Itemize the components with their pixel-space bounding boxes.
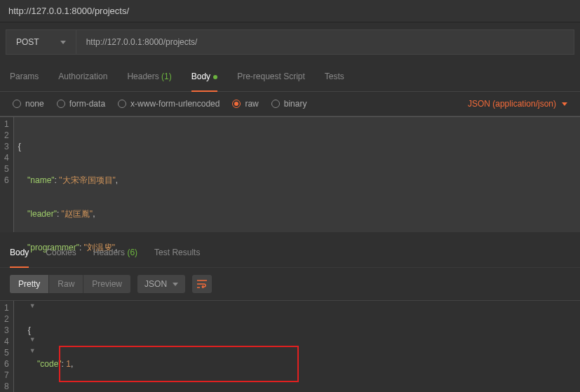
view-pretty[interactable]: Pretty (10, 275, 49, 293)
wrap-icon (196, 280, 208, 288)
body-type-binary[interactable]: binary (271, 99, 307, 109)
request-body-editor[interactable]: 123456 { "name": "大宋帝国项目", "leader": "赵匡… (0, 116, 580, 232)
resp-tab-body[interactable]: Body (10, 245, 29, 268)
fold-toggle-icon[interactable]: ▼ (29, 336, 36, 343)
body-type-formdata[interactable]: form-data (57, 99, 105, 109)
chevron-down-icon (173, 283, 178, 286)
response-body-editor[interactable]: 123456789 ▼ ▼ ▼ { "code": 1, "res": "err… (0, 300, 580, 392)
view-mode-group: Pretty Raw Preview (10, 275, 130, 293)
resp-headers-count: (6) (127, 248, 137, 257)
request-url-input[interactable]: http://127.0.0.1:8000/projects/ (76, 29, 574, 55)
wrap-toggle-button[interactable] (192, 275, 212, 293)
page-url-bar: http://127.0.0.1:8000/projects/ (0, 0, 580, 22)
fold-toggle-icon[interactable]: ▼ (29, 302, 36, 309)
chevron-down-icon (60, 41, 66, 44)
radio-icon (57, 100, 65, 108)
resp-tab-tests[interactable]: Test Results (154, 245, 200, 260)
radio-icon (118, 100, 126, 108)
format-selector[interactable]: JSON (137, 275, 185, 293)
radio-icon-selected (232, 100, 241, 108)
radio-icon (271, 100, 280, 108)
code-content: { "name": "大宋帝国项目", "leader": "赵匡胤", "pr… (14, 117, 122, 232)
resp-line-gutter: 123456789 (0, 301, 14, 392)
line-gutter: 123456 (0, 117, 14, 232)
tab-authorization[interactable]: Authorization (58, 69, 107, 84)
request-row: POST http://127.0.0.1:8000/projects/ (0, 22, 580, 62)
tab-headers[interactable]: Headers (1) (127, 69, 171, 84)
fold-toggle-icon[interactable]: ▼ (29, 347, 36, 354)
content-type-selector[interactable]: JSON (application/json) (468, 99, 567, 109)
view-preview[interactable]: Preview (83, 275, 130, 293)
radio-icon (13, 100, 21, 108)
resp-tab-cookies[interactable]: Cookies (46, 245, 76, 260)
tab-body[interactable]: Body (191, 69, 217, 92)
body-indicator-dot (213, 75, 217, 79)
tab-prerequest[interactable]: Pre-request Script (237, 69, 305, 84)
body-type-none[interactable]: none (13, 99, 44, 109)
headers-count: (1) (161, 72, 172, 81)
http-method-selector[interactable]: POST (6, 29, 76, 55)
tab-params[interactable]: Params (10, 69, 39, 84)
body-type-row: none form-data x-www-form-urlencoded raw… (0, 92, 580, 116)
request-tabs: Params Authorization Headers (1) Body Pr… (0, 62, 580, 92)
chevron-down-icon (562, 102, 567, 106)
resp-tab-headers[interactable]: Headers (6) (93, 245, 137, 260)
resp-code-content: { "code": 1, "res": "error", "msg": { "n… (24, 301, 208, 392)
body-type-urlencoded[interactable]: x-www-form-urlencoded (118, 99, 220, 109)
view-raw[interactable]: Raw (49, 275, 83, 293)
method-label: POST (16, 37, 39, 47)
body-type-raw[interactable]: raw (232, 99, 258, 109)
tab-tests[interactable]: Tests (325, 69, 344, 84)
